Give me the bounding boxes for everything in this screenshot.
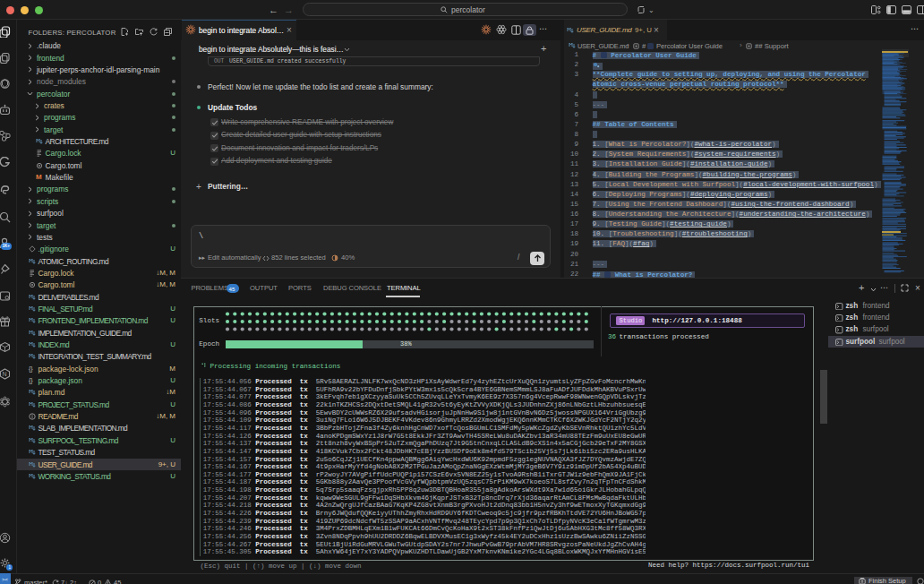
svg-text:N: N xyxy=(2,371,6,377)
